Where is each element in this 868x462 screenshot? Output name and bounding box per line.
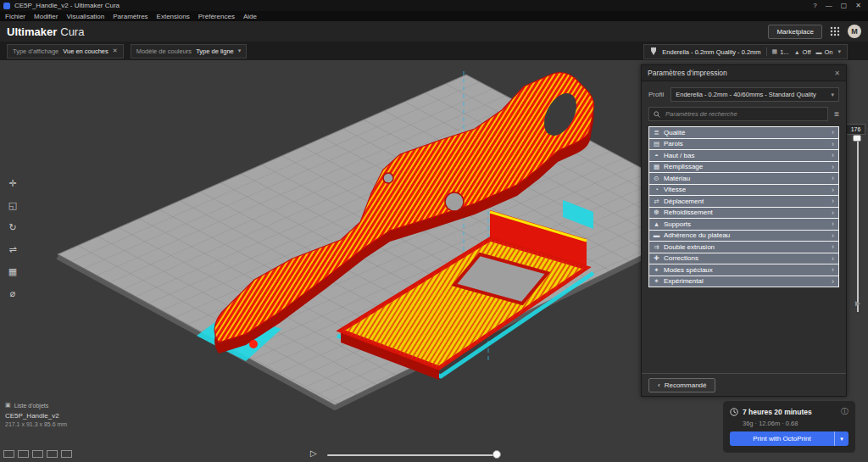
- close-icon[interactable]: ✕: [834, 70, 840, 77]
- category-label: Refroidissement: [664, 209, 832, 216]
- logo-ultimaker: Ultimaker: [7, 25, 57, 38]
- menu-parametres[interactable]: Paramètres: [113, 13, 147, 20]
- per-model-settings-tool-button[interactable]: ▦: [6, 264, 19, 278]
- parois-icon: ▤: [649, 140, 664, 148]
- infill-icon: ▦: [772, 48, 778, 55]
- category-label: Remplissage: [664, 163, 832, 170]
- menu-extensions[interactable]: Extensions: [157, 13, 190, 20]
- caret-down-icon: ▾: [238, 47, 242, 54]
- model-tools-toolbar: ✛◱↻⇌▦⌀: [6, 176, 19, 300]
- header-right: Marketplace M: [768, 25, 868, 39]
- user-avatar[interactable]: M: [848, 25, 861, 38]
- current-layer-indicator: 176: [846, 124, 865, 135]
- menu-fichier[interactable]: Fichier: [5, 13, 25, 20]
- chevron-right-icon: ›: [832, 186, 838, 194]
- settings-category-list: ≣Qualité›▤Parois›◓Haut / bas›▦Remplissag…: [648, 126, 839, 287]
- move-tool-button[interactable]: ✛: [6, 176, 19, 190]
- rotate-tool-button[interactable]: ↻: [6, 220, 19, 234]
- print-button[interactable]: Print with OctoPrint ▾: [730, 431, 849, 446]
- marketplace-button[interactable]: Marketplace: [768, 25, 822, 39]
- app-icon: [3, 3, 10, 9]
- refroidissement-icon: ❆: [649, 209, 664, 216]
- color-scheme-dropdown[interactable]: Modèle de couleurs Type de ligne ▾: [131, 44, 248, 58]
- recommended-mode-button[interactable]: ‹ Recommandé: [648, 378, 715, 392]
- vitesse-icon: ◔: [649, 186, 664, 193]
- setting-category-deplacement[interactable]: ⇄Déplacement›: [649, 196, 838, 207]
- supports-icon: ▲: [649, 220, 664, 228]
- setting-category-haut-bas[interactable]: ◓Haut / bas›: [649, 150, 838, 161]
- menu-bar: FichierModifierVisualisationParamètresEx…: [0, 11, 868, 21]
- menu-aide[interactable]: Aide: [243, 13, 257, 20]
- object-list-toggle[interactable]: ▣ Liste d'objets: [5, 402, 67, 409]
- support-blocker-tool-button[interactable]: ⌀: [6, 287, 19, 300]
- search-input[interactable]: [664, 109, 823, 119]
- print-options-caret-icon[interactable]: ▾: [835, 436, 849, 443]
- setting-category-remplissage[interactable]: ▦Remplissage›: [649, 162, 838, 173]
- view-preset-top[interactable]: [32, 450, 43, 458]
- view-preset-left[interactable]: [47, 450, 58, 458]
- close-button[interactable]: ✕: [855, 2, 861, 9]
- setting-category-double-extrusion[interactable]: ⇉Double extrusion›: [649, 242, 838, 253]
- maximize-button[interactable]: ▢: [841, 2, 848, 9]
- object-list-icon: ▣: [5, 402, 11, 409]
- app-header: Ultimaker Cura PRÉPARERAPERÇUSURVEILLER …: [0, 21, 868, 42]
- view-preset-3d[interactable]: [3, 450, 14, 458]
- setting-category-materiau[interactable]: ⊙Matériau›: [649, 173, 838, 184]
- window-controls: ?—▢✕: [813, 2, 868, 9]
- search-icon: [654, 111, 660, 118]
- nozzle-icon: [650, 47, 657, 56]
- settings-search-box[interactable]: [648, 107, 828, 121]
- setting-category-refroidissement[interactable]: ❆Refroidissement›: [649, 208, 838, 219]
- info-icon[interactable]: ⓘ: [841, 406, 849, 417]
- applications-grid-icon[interactable]: [830, 26, 840, 36]
- menu-visualisation[interactable]: Visualisation: [66, 13, 104, 20]
- collapse-panel-arrow-icon[interactable]: ►: [854, 298, 862, 308]
- print-setup-summary[interactable]: Enderella - 0.2mm Quality - 0.2mm ▦ 1...…: [643, 44, 848, 59]
- layer-slider-handle[interactable]: [853, 135, 861, 142]
- layer-slider[interactable]: [857, 137, 859, 312]
- chevron-right-icon: ›: [832, 254, 838, 263]
- selected-object-name: CE5P_Handle_v2: [5, 412, 67, 420]
- print-settings-panel: Paramètres d'impression ✕ Profil Enderel…: [641, 64, 847, 397]
- help-button[interactable]: ?: [813, 2, 816, 9]
- window-titlebar: CE5P_Handle_v2 - Ultimaker Cura ?—▢✕: [0, 0, 868, 11]
- search-row: ≡: [642, 105, 846, 126]
- menu-preferences[interactable]: Préférences: [198, 13, 235, 20]
- view-type-value: Vue en couches: [63, 47, 108, 55]
- category-label: Double extrusion: [664, 243, 832, 251]
- view-preset-front[interactable]: [18, 450, 29, 458]
- setting-category-parois[interactable]: ▤Parois›: [649, 139, 838, 150]
- setting-category-experimental[interactable]: ✶Expérimental›: [649, 276, 838, 287]
- color-scheme-value: Type de ligne: [196, 47, 234, 55]
- category-label: Modes spéciaux: [664, 266, 832, 274]
- setting-category-supports[interactable]: ▲Supports›: [649, 219, 838, 230]
- view-type-dropdown[interactable]: Type d'affichage Vue en couches ✕: [7, 44, 124, 58]
- deplacement-icon: ⇄: [649, 198, 664, 205]
- setting-category-modes-speciaux[interactable]: ✦Modes spéciaux›: [649, 264, 838, 276]
- divider: [766, 47, 767, 56]
- setting-category-qualite[interactable]: ≣Qualité›: [649, 127, 838, 138]
- object-list-label: Liste d'objets: [14, 403, 49, 409]
- setting-category-vitesse[interactable]: ◔Vitesse›: [649, 185, 838, 196]
- settings-panel-footer: ‹ Recommandé: [642, 373, 846, 396]
- adhesion-summary: ▬ On: [815, 48, 832, 56]
- support-icon: ▲: [794, 49, 800, 55]
- category-label: Vitesse: [664, 186, 832, 193]
- setting-category-adherence-du-plateau[interactable]: ▬Adhérence du plateau›: [649, 231, 838, 242]
- minimize-button[interactable]: —: [826, 2, 832, 9]
- simulation-slider[interactable]: [327, 454, 498, 456]
- view-preset-right[interactable]: [61, 450, 72, 458]
- profile-dropdown[interactable]: Enderella - 0.2mm - 40/60mms - Standard …: [670, 87, 839, 102]
- profile-value: Enderella - 0.2mm - 40/60mms - Standard …: [676, 91, 831, 98]
- simulation-play-button[interactable]: ▷: [310, 448, 317, 458]
- simulation-slider-handle[interactable]: [492, 450, 501, 459]
- close-icon[interactable]: ✕: [113, 47, 118, 54]
- color-scheme-label: Modèle de couleurs: [136, 47, 192, 55]
- settings-filter-menu-icon[interactable]: ≡: [834, 109, 839, 119]
- chevron-right-icon: ›: [832, 265, 838, 274]
- scale-tool-button[interactable]: ◱: [6, 198, 19, 212]
- mirror-tool-button[interactable]: ⇌: [6, 242, 19, 256]
- setting-category-corrections[interactable]: ✚Corrections›: [649, 253, 838, 264]
- selected-object-dimensions: 217.1 x 91.3 x 85.6 mm: [5, 421, 67, 427]
- menu-modifier[interactable]: Modifier: [34, 13, 58, 20]
